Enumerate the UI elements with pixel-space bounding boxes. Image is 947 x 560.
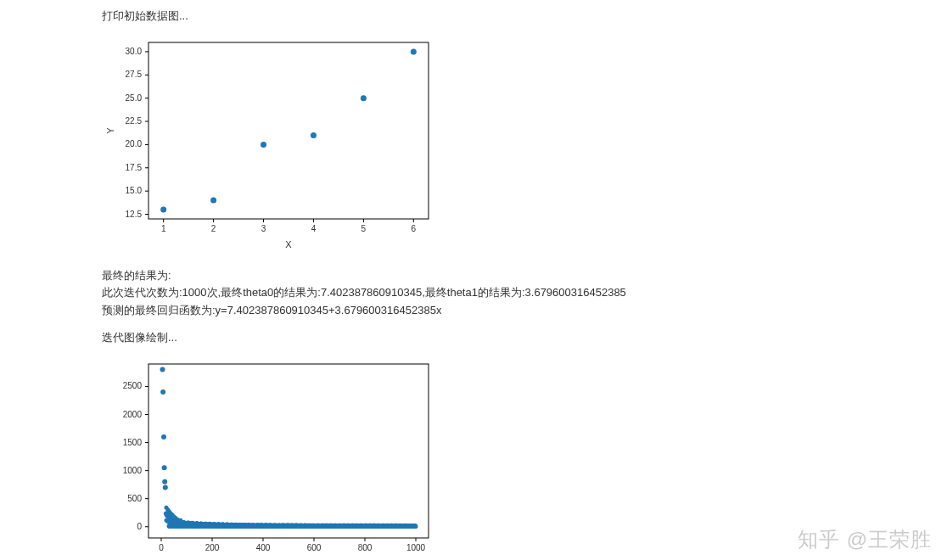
svg-text:22.5: 22.5: [126, 116, 143, 126]
result-line-2: 预测的最终回归函数为:y=7.402387860910345+3.6796003…: [102, 303, 947, 318]
svg-text:2000: 2000: [123, 409, 143, 418]
svg-text:800: 800: [358, 543, 373, 552]
svg-text:1500: 1500: [123, 438, 143, 447]
svg-text:X: X: [285, 239, 292, 249]
svg-point-67: [163, 484, 168, 490]
svg-text:6: 6: [412, 224, 417, 233]
svg-text:400: 400: [256, 543, 271, 552]
scatter-chart-2: 0200400600800100005001000150020002500: [102, 354, 947, 560]
svg-point-62: [160, 367, 165, 372]
iteration-header: 迭代图像绘制...: [102, 330, 947, 345]
svg-text:12.5: 12.5: [126, 210, 143, 219]
svg-point-66: [162, 479, 167, 484]
svg-text:200: 200: [205, 543, 220, 552]
svg-text:20.0: 20.0: [126, 140, 143, 149]
svg-point-63: [160, 389, 165, 395]
svg-point-34: [311, 132, 317, 138]
svg-text:17.5: 17.5: [126, 163, 143, 172]
svg-text:5: 5: [361, 224, 367, 233]
svg-text:2500: 2500: [123, 381, 143, 390]
svg-rect-0: [148, 42, 429, 219]
svg-point-36: [411, 49, 417, 55]
svg-text:30.0: 30.0: [126, 47, 143, 56]
svg-point-33: [261, 142, 266, 148]
svg-text:15.0: 15.0: [126, 186, 143, 195]
svg-point-35: [361, 95, 367, 101]
svg-text:1000: 1000: [406, 543, 426, 552]
print-data-label: 打印初始数据图...: [102, 8, 947, 24]
result-line-1: 此次迭代次数为:1000次,最终theta0的结果为:7.40238786091…: [102, 285, 947, 300]
result-header: 最终的结果为:: [102, 268, 947, 283]
svg-point-64: [161, 434, 166, 440]
svg-point-65: [162, 465, 167, 470]
svg-text:2: 2: [211, 224, 216, 233]
svg-text:4: 4: [311, 224, 317, 233]
svg-text:Y: Y: [105, 127, 115, 134]
svg-text:0: 0: [159, 543, 164, 552]
svg-text:25.0: 25.0: [126, 93, 143, 103]
svg-text:500: 500: [127, 494, 142, 503]
svg-text:3: 3: [261, 224, 266, 233]
scatter-chart-1: 12345612.515.017.520.022.525.027.530.0XY: [102, 32, 947, 253]
svg-text:27.5: 27.5: [126, 70, 143, 80]
svg-text:0: 0: [137, 522, 142, 531]
svg-point-32: [210, 198, 216, 204]
svg-rect-37: [148, 364, 429, 538]
svg-text:600: 600: [307, 543, 322, 552]
svg-text:1000: 1000: [123, 466, 143, 475]
svg-point-926: [414, 524, 418, 529]
svg-point-31: [160, 207, 166, 213]
svg-text:1: 1: [161, 224, 166, 233]
